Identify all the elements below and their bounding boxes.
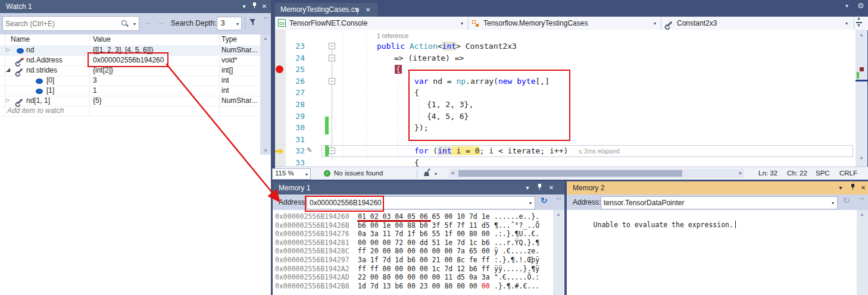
line-number[interactable]: 30 (285, 122, 305, 134)
watch-row[interactable]: ▷nd{[[1, 2, 3], [4, 5, 6]]}NumShar... (0, 45, 260, 56)
watch-row[interactable]: ▷nd[1, 1]{5}NumShar... (0, 96, 260, 106)
memory1-menu-chevron-icon[interactable]: ▾ (523, 181, 532, 194)
scroll-right-icon[interactable]: ▶ (739, 171, 742, 175)
memory2-address-input[interactable] (601, 197, 816, 209)
scroll-down-icon[interactable]: ▼ (260, 148, 271, 153)
code-line[interactable]: public Action<int> Constant2x3 (377, 40, 517, 52)
memory1-overflow-icon[interactable]: ‥ (557, 193, 561, 201)
watch-row[interactable]: Add item to watch (0, 106, 260, 117)
search-depth-chevron-icon[interactable]: ▾ (236, 21, 239, 26)
memory2-scrollbar[interactable]: ▲ (857, 210, 868, 295)
code-line[interactable]: { (395, 64, 402, 76)
memory2-pin-icon[interactable] (848, 181, 857, 194)
scroll-up-icon[interactable]: ▲ (260, 36, 271, 41)
column-header-value[interactable]: Value (93, 35, 111, 43)
line-number[interactable]: 24 (285, 52, 305, 64)
watch-row[interactable]: ◢nd.strides{int[2]}int[] (0, 65, 260, 76)
watch-pin-icon[interactable] (249, 0, 259, 13)
perf-tip[interactable]: ≤ 2ms elapsed (579, 148, 619, 155)
code-line[interactable]: {1, 2, 3}, (427, 99, 473, 111)
h-scroll-thumb[interactable] (458, 170, 682, 177)
memory1-titlebar[interactable]: Memory 1 ▾ ✕ (273, 181, 564, 194)
line-number[interactable]: 23 (285, 40, 305, 52)
memory1-close-icon[interactable]: ✕ (547, 181, 556, 194)
editor-top-chevron-icon[interactable]: ▾ (845, 2, 848, 9)
expander-expanded-icon[interactable]: ◢ (6, 67, 10, 73)
code-line[interactable]: var nd = np.array(new byte[,] (414, 76, 549, 87)
watch-row[interactable]: nd.Address0x000002556b194260void* (0, 55, 260, 66)
line-number[interactable]: 26 (285, 76, 305, 87)
document-tab[interactable]: MemoryTestingCases.cs ✕ (275, 3, 377, 17)
fold-collapse-icon[interactable]: − (329, 78, 335, 84)
search-chevron-icon[interactable]: ▾ (133, 21, 136, 26)
scroll-down-icon[interactable]: ▼ (856, 156, 867, 161)
column-header-type[interactable]: Type (221, 35, 237, 43)
watch-menu-chevron-icon[interactable]: ▾ (239, 0, 249, 13)
scroll-up-icon[interactable]: ▲ (857, 212, 867, 217)
watch-titlebar[interactable]: Watch 1 ▾ ✕ (0, 0, 271, 13)
search-forward-icon[interactable]: → (157, 18, 164, 27)
line-number[interactable]: 32 (285, 145, 305, 157)
code-line[interactable]: {4, 5, 6} (427, 111, 469, 123)
line-number[interactable]: 27 (285, 87, 305, 99)
memory2-refresh-icon[interactable]: ↻ (843, 196, 850, 205)
fold-collapse-icon[interactable]: − (329, 55, 335, 61)
line-number[interactable]: 25 (285, 64, 305, 76)
health-check-icon[interactable]: ✓ (324, 170, 330, 177)
expander-collapsed-icon[interactable]: ▷ (6, 97, 10, 103)
watch-toolbar-overflow-icon[interactable]: ‥ (264, 12, 268, 20)
nav-class-chevron-icon[interactable]: ▾ (654, 21, 656, 26)
line-number[interactable]: 31 (285, 134, 305, 146)
memory2-message-area[interactable]: Unable to evaluate the expression. (567, 210, 857, 295)
memory1-address-chevron-icon[interactable]: ▾ (529, 200, 532, 206)
nav-project-combo[interactable]: C# TensorFlowNET.Console ▾ (275, 17, 469, 30)
code-line[interactable]: { (414, 87, 419, 99)
fold-collapse-icon[interactable]: − (329, 148, 335, 154)
zoom-chevron-icon[interactable]: ▾ (305, 171, 308, 177)
split-editor-button[interactable]: ▲ ▼ (854, 17, 868, 30)
watch-filter-icon[interactable] (249, 18, 257, 27)
search-icon[interactable] (121, 20, 127, 26)
memory2-overflow-icon[interactable]: ‥ (860, 193, 864, 201)
search-input[interactable] (3, 17, 116, 30)
code-line[interactable]: for (int i = 0; i < iterate; i++)≤ 2ms e… (414, 145, 620, 158)
memory1-address-combo[interactable]: ▾ (307, 196, 535, 209)
search-back-icon[interactable]: ← (145, 18, 152, 27)
zoom-combo[interactable]: 115 % ▾ (272, 168, 311, 180)
watch-row[interactable]: [1]1int (0, 86, 260, 96)
memory1-hex-view[interactable]: 0x000002556B19426001 02 03 04 05 06 65 0… (273, 210, 553, 295)
codelens-references[interactable]: 1 reference (377, 32, 408, 39)
watch-close-icon[interactable]: ✕ (260, 0, 269, 13)
line-number[interactable]: 28 (285, 99, 305, 111)
memory2-titlebar[interactable]: Memory 2 ▾ ✕ (567, 181, 868, 194)
memory2-address-chevron-icon[interactable]: ▾ (832, 200, 834, 206)
line-number[interactable]: 29 (285, 111, 305, 123)
search-depth-combo[interactable]: 3 ▾ (217, 17, 242, 30)
scroll-left-icon[interactable]: ◀ (451, 171, 454, 175)
memory1-refresh-icon[interactable]: ↻ (541, 196, 548, 205)
broom-chevron-icon[interactable]: ▾ (435, 171, 437, 176)
column-header-name[interactable]: Name (11, 35, 30, 43)
watch-search-box[interactable]: ▾ (2, 16, 139, 31)
memory2-menu-chevron-icon[interactable]: ▾ (836, 181, 845, 194)
h-scrollbar[interactable]: ◀ ▶ (449, 169, 744, 178)
memory1-address-input[interactable] (307, 197, 516, 209)
expander-collapsed-icon[interactable]: ▷ (6, 46, 10, 52)
editor-vscrollbar[interactable]: ▲ ▼ (855, 30, 867, 167)
code-line[interactable]: }); (414, 122, 428, 134)
code-line[interactable]: => (iterate) => (394, 52, 464, 64)
nav-project-chevron-icon[interactable]: ▾ (461, 21, 463, 26)
memory1-scrollbar[interactable]: ▲ (553, 210, 564, 295)
nav-class-combo[interactable]: Tensorflow.MemoryTestingCases ▾ (469, 17, 661, 30)
scroll-up-icon[interactable]: ▲ (553, 212, 564, 217)
tab-close-icon[interactable]: ✕ (366, 3, 370, 17)
nav-method-combo[interactable]: Constant2x3 ▾ (661, 17, 853, 30)
health-label[interactable]: No issues found (334, 167, 383, 180)
memory1-pin-icon[interactable] (535, 181, 544, 194)
format-broom-icon[interactable] (423, 169, 431, 178)
editor-gear-icon[interactable]: ⚙ (857, 1, 864, 10)
scroll-up-icon[interactable]: ▲ (856, 32, 867, 37)
fold-collapse-icon[interactable]: − (329, 43, 335, 49)
watch-row[interactable]: [0]3int (0, 76, 260, 86)
memory2-address-combo[interactable]: ▾ (601, 196, 838, 209)
